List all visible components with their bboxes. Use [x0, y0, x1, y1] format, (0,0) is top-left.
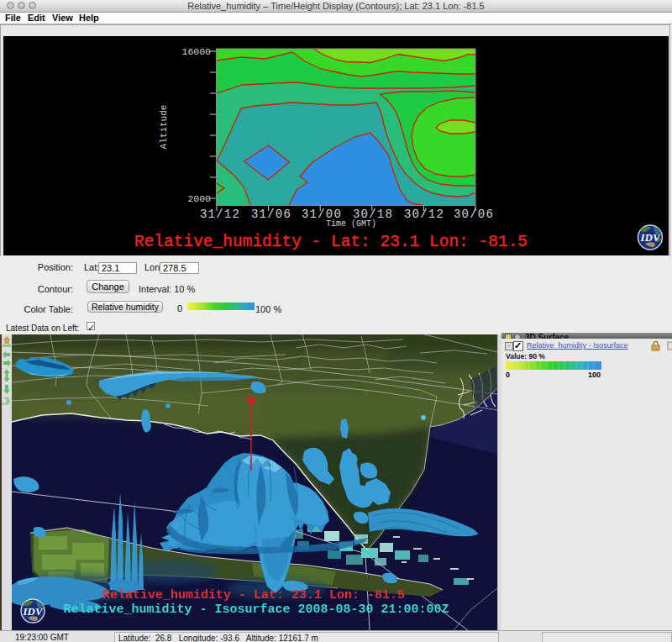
- svg-text:16000: 16000: [181, 46, 211, 57]
- svg-text:Relative_humidity - Isosurface: Relative_humidity - Isosurface 2008-08-3…: [63, 603, 449, 617]
- svg-text:2000: 2000: [187, 193, 211, 204]
- svg-text:31/12: 31/12: [200, 208, 240, 221]
- svg-text:Relative_humidity - Lat: 23.1: Relative_humidity - Lat: 23.1 Lon: -81.5: [134, 233, 528, 251]
- svg-text:31/06: 31/06: [251, 208, 291, 221]
- svg-text:Relative_humidity - Lat: 23.1: Relative_humidity - Lat: 23.1 Lon: -81.5: [102, 588, 405, 603]
- svg-text:Altitude: Altitude: [159, 105, 169, 150]
- svg-text:30/12: 30/12: [404, 208, 444, 221]
- svg-text:30/06: 30/06: [454, 208, 494, 221]
- svg-text:IDV: IDV: [22, 605, 43, 618]
- svg-text:Time (GMT): Time (GMT): [326, 219, 376, 229]
- svg-text:IDV: IDV: [639, 231, 660, 244]
